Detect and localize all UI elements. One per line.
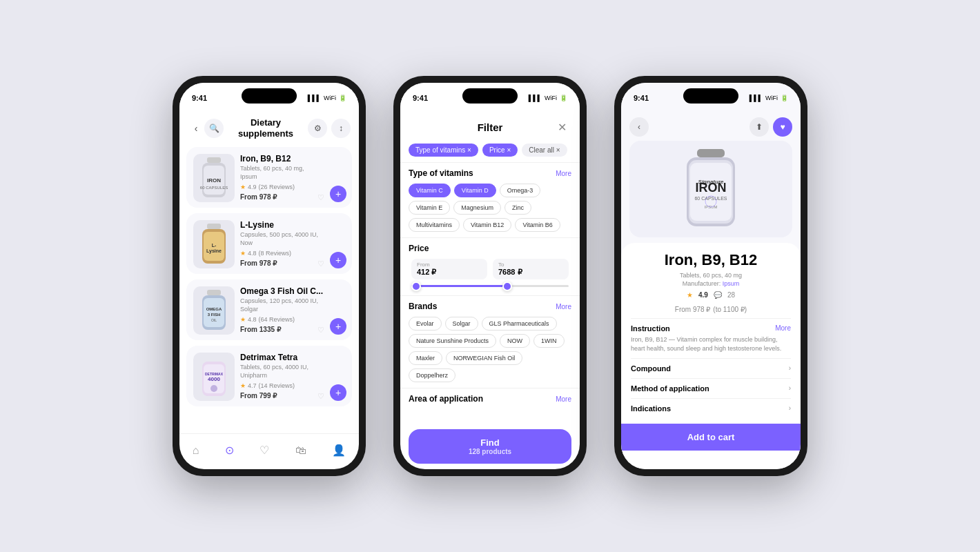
nav-home[interactable]: ⌂ [193, 444, 199, 457]
sort-button[interactable]: ↕ [331, 119, 351, 138]
chip-maxler[interactable]: Maxler [409, 351, 442, 365]
detail-star-icon: ★ [687, 291, 693, 299]
product-card-2[interactable]: L- Lysine L-Lysine Capsules, 500 pcs, 40… [186, 213, 352, 274]
price-header: Price [409, 244, 571, 253]
indications-title: Indications [631, 404, 671, 413]
svg-rect-21 [697, 149, 725, 157]
add-btn-4[interactable]: + [330, 384, 346, 401]
chip-vitamin-d[interactable]: Vitamin D [454, 184, 496, 197]
battery-icon-2: 🔋 [560, 95, 567, 101]
nav-cart[interactable]: 🛍 [295, 444, 306, 457]
svg-text:L-: L- [212, 243, 217, 248]
review-bubble-icon: 💬 [714, 291, 722, 299]
brands-chips: Evolar Solgar GLS Pharmaceuticals Nature… [409, 317, 571, 382]
star-icon-3: ★ [240, 316, 246, 323]
product-img-4: DETRIMAX 4000 [193, 353, 235, 401]
chip-zinc[interactable]: Zinc [504, 201, 531, 215]
chip-norwegian[interactable]: NORWEGIAN Fish Oil [446, 351, 522, 365]
product-card-1[interactable]: IRON 60 CAPSULES Iron, B9, B12 Tablets, … [186, 147, 352, 208]
vitamins-header: Type of vitamins More [409, 168, 571, 178]
vitamins-chips: Vitamin C Vitamin D Omega-3 Vitamin E Ma… [409, 184, 571, 232]
range-thumb-left[interactable] [411, 282, 421, 291]
reviews-1: (26 Reviews) [259, 184, 295, 190]
bottom-nav: ⌂ ⊙ ♡ 🛍 👤 [179, 433, 359, 469]
chip-vitamin-e[interactable]: Vitamin E [409, 201, 450, 215]
chip-doppelherz[interactable]: Doppelherz [409, 368, 455, 382]
nav-profile[interactable]: 👤 [332, 444, 346, 457]
svg-text:60 CAPSULES: 60 CAPSULES [694, 196, 727, 201]
notch-1 [242, 88, 297, 103]
product-card-3[interactable]: OMEGA 3 FISH OIL Omega 3 Fish Oil C... C… [186, 279, 352, 340]
add-btn-2[interactable]: + [330, 252, 346, 268]
wishlist-btn-4[interactable]: ♡ [317, 392, 324, 401]
product-name-3: Omega 3 Fish Oil C... [240, 286, 345, 296]
wifi-icon-3: WiFi [765, 95, 778, 101]
detail-back-button[interactable]: ‹ [629, 117, 649, 137]
page-title: Dietary supplements [224, 117, 308, 139]
accordion-compound[interactable]: Compound › [631, 358, 791, 378]
chip-vitamin-c[interactable]: Vitamin C [409, 184, 451, 197]
svg-text:60 CAPSULES: 60 CAPSULES [200, 186, 228, 190]
detail-wishlist-button[interactable]: ♥ [773, 117, 792, 137]
product-card-4[interactable]: DETRIMAX 4000 Detrimax Tetra Tablets, 60… [186, 346, 352, 406]
wishlist-btn-3[interactable]: ♡ [317, 326, 324, 335]
chip-solgar[interactable]: Solgar [445, 317, 478, 331]
tag-price[interactable]: Price × [482, 144, 518, 157]
home-icon: ⌂ [193, 444, 199, 457]
chip-now[interactable]: NOW [500, 334, 530, 348]
reviews-4: (14 Reviews) [259, 382, 295, 389]
wishlist-btn-1[interactable]: ♡ [317, 193, 324, 202]
chip-evolar[interactable]: Evolar [409, 317, 442, 331]
chip-1win[interactable]: 1WIN [533, 334, 565, 348]
brands-more[interactable]: More [556, 303, 571, 310]
chip-nature-sunshine[interactable]: Nature Sunshine Products [409, 334, 496, 348]
svg-text:3 FISH: 3 FISH [208, 313, 221, 317]
detail-rating-val: 4.9 [698, 291, 708, 299]
star-icon-4: ★ [240, 382, 246, 389]
method-chevron-icon: › [789, 384, 791, 392]
share-button[interactable]: ⬆ [749, 117, 769, 137]
heart-nav-icon: ♡ [259, 444, 269, 457]
range-slider[interactable] [411, 285, 569, 287]
detail-product-name: Iron, B9, B12 [631, 251, 791, 269]
nav-search[interactable]: ⊙ [225, 444, 234, 457]
chip-multivitamins[interactable]: Multivitamins [409, 218, 460, 232]
chip-vitamin-b12[interactable]: Vitamin B12 [463, 218, 511, 232]
detail-header: ‹ ⬆ ♥ [621, 113, 801, 141]
area-more[interactable]: More [556, 395, 571, 403]
close-filter-button[interactable]: ✕ [553, 119, 570, 135]
time-1: 9:41 [192, 94, 207, 102]
range-thumb-right[interactable] [502, 282, 512, 291]
time-3: 9:41 [634, 94, 649, 102]
detail-image-area: Signature IRON 60 CAPSULES IPSUM [629, 141, 792, 237]
vitamins-more[interactable]: More [556, 170, 571, 177]
brands-header: Brands More [409, 302, 571, 311]
wifi-icon-1: WiFi [324, 95, 336, 101]
tag-vitamins[interactable]: Type of vitamins × [409, 144, 478, 157]
svg-rect-10 [207, 290, 221, 295]
accordion-indications[interactable]: Indications › [631, 398, 791, 418]
accordion-method[interactable]: Method of application › [631, 378, 791, 398]
manufacturer-link[interactable]: Ipsum [723, 280, 740, 287]
product-desc-3: Capsules, 120 pcs, 4000 IU,Solgar [240, 297, 345, 313]
chip-magnesium[interactable]: Magnesium [453, 201, 501, 215]
back-button[interactable]: ‹ [188, 120, 204, 137]
filter-button[interactable]: ⚙ [308, 119, 327, 138]
time-2: 9:41 [413, 94, 428, 102]
find-button[interactable]: Find 128 products [409, 429, 571, 464]
tag-clear-label: Clear all × [529, 146, 560, 154]
wishlist-btn-2[interactable]: ♡ [317, 259, 324, 268]
search-button[interactable]: 🔍 [204, 119, 224, 138]
chip-vitamin-b6[interactable]: Vitamin B6 [515, 218, 560, 232]
method-title: Method of application [631, 384, 709, 393]
instruction-more[interactable]: More [775, 324, 791, 332]
filter-tags: Type of vitamins × Price × Clear all × [400, 141, 580, 162]
chip-omega3[interactable]: Omega-3 [500, 184, 541, 197]
nav-wishlist[interactable]: ♡ [259, 444, 269, 457]
add-btn-1[interactable]: + [330, 186, 346, 202]
add-btn-3[interactable]: + [330, 318, 346, 335]
add-to-cart-button[interactable]: Add to cart [621, 424, 801, 451]
chip-gls[interactable]: GLS Pharmaceuticals [482, 317, 557, 331]
tag-clear-all[interactable]: Clear all × [522, 144, 567, 157]
svg-point-20 [210, 385, 217, 392]
